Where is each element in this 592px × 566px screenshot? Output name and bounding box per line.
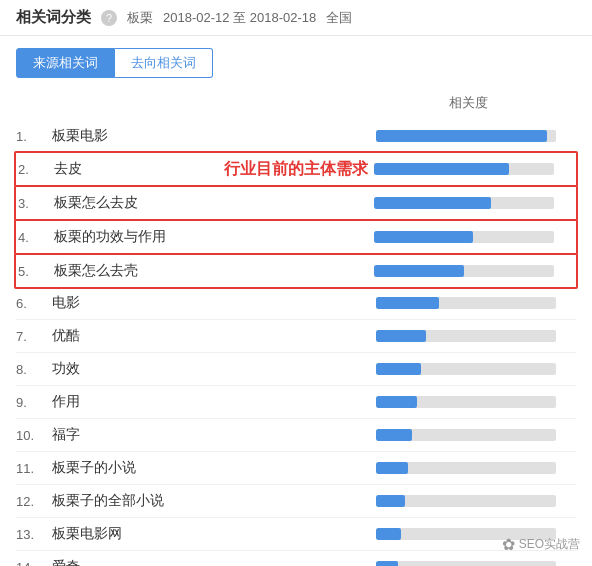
header-keyword: 板栗: [127, 9, 153, 27]
keyword-row: 12.板栗子的全部小说: [16, 485, 576, 518]
keyword-row: 11.板栗子的小说: [16, 452, 576, 485]
bar-fill: [376, 363, 421, 375]
row-number: 14.: [16, 560, 52, 567]
keyword-row: 4.板栗的功效与作用: [14, 219, 578, 255]
bar-container: [376, 462, 576, 474]
row-keyword-text: 作用: [52, 393, 376, 411]
keyword-row: 1.板栗电影: [16, 120, 576, 153]
row-number: 6.: [16, 296, 52, 311]
bar-fill: [376, 429, 412, 441]
bar-background: [376, 363, 556, 375]
row-number: 8.: [16, 362, 52, 377]
row-number: 2.: [18, 162, 54, 177]
keyword-row: 8.功效: [16, 353, 576, 386]
row-number: 10.: [16, 428, 52, 443]
row-number: 11.: [16, 461, 52, 476]
keyword-row: 6.电影: [16, 287, 576, 320]
bar-fill: [376, 495, 405, 507]
row-number: 4.: [18, 230, 54, 245]
keyword-row: 13.板栗电影网: [16, 518, 576, 551]
row-number: 9.: [16, 395, 52, 410]
tab-source[interactable]: 来源相关词: [16, 48, 115, 78]
bar-container: [376, 396, 576, 408]
bar-fill: [376, 561, 398, 566]
tab-target[interactable]: 去向相关词: [115, 48, 213, 78]
bar-container: [374, 265, 574, 277]
keyword-row: 10.福字: [16, 419, 576, 452]
row-keyword-text: 电影: [52, 294, 376, 312]
bar-container: [376, 297, 576, 309]
bar-background: [376, 495, 556, 507]
bar-background: [374, 197, 554, 209]
row-keyword-text: 板栗电影网: [52, 525, 376, 543]
bar-fill: [376, 130, 547, 142]
row-number: 13.: [16, 527, 52, 542]
row-keyword-text: 板栗怎么去皮: [54, 194, 374, 212]
header-region: 全国: [326, 9, 352, 27]
bar-container: [374, 197, 574, 209]
bar-container: [376, 429, 576, 441]
table-header: 相关度: [16, 94, 576, 116]
bar-background: [376, 561, 556, 566]
bar-container: [376, 495, 576, 507]
watermark-text: SEO实战营: [519, 536, 580, 553]
bar-fill: [376, 297, 439, 309]
keyword-row: 14.爱奇: [16, 551, 576, 566]
keyword-row: 3.板栗怎么去皮: [14, 185, 578, 221]
bar-fill: [374, 231, 473, 243]
row-number: 1.: [16, 129, 52, 144]
bar-container: [376, 363, 576, 375]
bar-fill: [374, 163, 509, 175]
tab-group: 来源相关词 去向相关词: [16, 48, 576, 78]
watermark-icon: ✿: [502, 535, 515, 554]
row-keyword-text: 板栗子的全部小说: [52, 492, 376, 510]
main-content: 来源相关词 去向相关词 相关度 1.板栗电影2.去皮行业目前的主体需求3.板栗怎…: [0, 36, 592, 566]
row-keyword-text: 福字: [52, 426, 376, 444]
row-number: 5.: [18, 264, 54, 279]
page-title: 相关词分类: [16, 8, 91, 27]
bar-fill: [374, 265, 464, 277]
row-keyword-text: 优酷: [52, 327, 376, 345]
keyword-list: 1.板栗电影2.去皮行业目前的主体需求3.板栗怎么去皮4.板栗的功效与作用5.板…: [16, 120, 576, 566]
row-keyword-text: 去皮: [54, 160, 374, 178]
row-keyword-text: 板栗电影: [52, 127, 376, 145]
bar-container: [376, 130, 576, 142]
bar-fill: [376, 462, 408, 474]
row-number: 7.: [16, 329, 52, 344]
keyword-row: 7.优酷: [16, 320, 576, 353]
bar-background: [374, 163, 554, 175]
bar-fill: [374, 197, 491, 209]
header-date-range: 2018-02-12 至 2018-02-18: [163, 9, 316, 27]
row-keyword-text: 板栗怎么去壳: [54, 262, 374, 280]
bar-container: [376, 330, 576, 342]
bar-background: [376, 130, 556, 142]
relatedness-col-header: 相关度: [368, 94, 568, 112]
row-keyword-text: 板栗子的小说: [52, 459, 376, 477]
watermark: ✿ SEO实战营: [502, 535, 580, 554]
row-number: 3.: [18, 196, 54, 211]
bar-background: [374, 231, 554, 243]
row-keyword-text: 板栗的功效与作用: [54, 228, 374, 246]
row-keyword-text: 功效: [52, 360, 376, 378]
bar-container: [376, 561, 576, 566]
page-header: 相关词分类 ? 板栗 2018-02-12 至 2018-02-18 全国: [0, 0, 592, 36]
bar-background: [376, 330, 556, 342]
bar-background: [376, 429, 556, 441]
bar-background: [374, 265, 554, 277]
row-number: 12.: [16, 494, 52, 509]
bar-background: [376, 297, 556, 309]
bar-fill: [376, 396, 417, 408]
bar-fill: [376, 330, 426, 342]
bar-fill: [376, 528, 401, 540]
bar-container: [374, 163, 574, 175]
row-keyword-text: 爱奇: [52, 558, 376, 566]
keyword-row: 2.去皮行业目前的主体需求: [14, 151, 578, 187]
bar-container: [374, 231, 574, 243]
keyword-row: 5.板栗怎么去壳: [14, 253, 578, 289]
bar-background: [376, 396, 556, 408]
keyword-row: 9.作用: [16, 386, 576, 419]
help-icon[interactable]: ?: [101, 10, 117, 26]
bar-background: [376, 462, 556, 474]
